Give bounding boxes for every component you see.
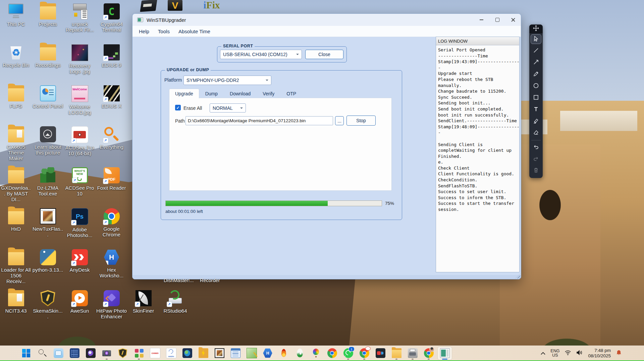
desktop-icon[interactable]: Hex Worksho... bbox=[96, 248, 127, 289]
taskbar-button[interactable] bbox=[180, 347, 195, 360]
taskbar-button[interactable] bbox=[357, 347, 372, 360]
arrow-tool-button[interactable] bbox=[529, 57, 543, 69]
desktop-icon[interactable]: Recordings bbox=[32, 43, 64, 84]
desktop-icon[interactable]: Adobe Photosho... bbox=[64, 207, 96, 248]
desktop-icon[interactable]: Google Chrome bbox=[96, 207, 127, 248]
eraser-tool-button[interactable] bbox=[529, 127, 543, 139]
taskbar-clock[interactable]: 7:48 pm 08/10/2025 bbox=[588, 348, 611, 359]
taskbar-button[interactable] bbox=[405, 347, 420, 360]
taskbar-button[interactable] bbox=[164, 347, 178, 360]
maximize-button[interactable] bbox=[489, 14, 505, 26]
volume-icon[interactable] bbox=[576, 350, 583, 357]
desktop-icon[interactable]: Recycle Bin bbox=[0, 43, 32, 84]
taskbar-button[interactable] bbox=[148, 347, 162, 360]
rectangle-tool-button[interactable] bbox=[529, 92, 543, 104]
mode-select[interactable]: NORMAL bbox=[210, 103, 246, 112]
taskbar-button[interactable] bbox=[99, 347, 114, 360]
taskbar-button[interactable] bbox=[67, 347, 82, 360]
wifi-icon[interactable] bbox=[565, 350, 571, 357]
taskbar-button[interactable] bbox=[373, 347, 388, 360]
erase-all-checkbox[interactable] bbox=[175, 105, 181, 110]
desktop-icon[interactable]: Projects bbox=[32, 2, 64, 43]
log-window-body[interactable]: Serial Port Opened ---------------Time S… bbox=[436, 45, 519, 214]
title-bar[interactable]: WinSTBUpgrader bbox=[132, 14, 521, 26]
cursor-tool-button[interactable] bbox=[529, 33, 543, 45]
desktop-icon[interactable]: GX6605 Theme Maker bbox=[0, 125, 32, 166]
toolbar-move-handle[interactable] bbox=[529, 25, 543, 33]
desktop-icon[interactable]: NewTuxFlas... bbox=[32, 207, 64, 248]
pencil-tool-button[interactable] bbox=[529, 69, 543, 80]
line-tool-button[interactable] bbox=[529, 45, 543, 57]
taskbar-button[interactable] bbox=[19, 347, 34, 360]
desktop-icon[interactable]: GXDownloa... By MAST DI... bbox=[0, 166, 32, 207]
desktop-icon[interactable]: SkemaSkin.... bbox=[32, 289, 64, 330]
desktop-icon[interactable]: Welcome LOGO.jpg bbox=[64, 84, 96, 125]
ellipse-tool-button[interactable] bbox=[529, 80, 543, 92]
taskbar-button[interactable] bbox=[309, 347, 323, 360]
taskbar-button[interactable] bbox=[421, 347, 436, 360]
taskbar-button[interactable] bbox=[228, 347, 243, 360]
taskbar-button[interactable] bbox=[437, 347, 452, 360]
browse-button[interactable]: ... bbox=[335, 116, 344, 125]
desktop-icon[interactable]: EDIUS X bbox=[96, 84, 127, 125]
menu-item[interactable]: Help bbox=[135, 29, 154, 34]
tab[interactable]: Verify bbox=[257, 89, 280, 98]
desktop-icon[interactable] bbox=[199, 0, 224, 10]
taskbar-button[interactable] bbox=[196, 347, 211, 360]
minimize-button[interactable] bbox=[474, 14, 489, 26]
desktop-icon[interactable]: This PC bbox=[0, 2, 32, 43]
desktop-icon[interactable] bbox=[168, 0, 182, 11]
redo-button[interactable] bbox=[529, 153, 543, 165]
desktop-icon[interactable]: EDIUS 9 bbox=[96, 43, 127, 84]
taskbar-button[interactable] bbox=[212, 347, 227, 360]
taskbar-button[interactable] bbox=[131, 347, 146, 360]
notification-bell-icon[interactable] bbox=[616, 350, 622, 357]
desktop-icon[interactable]: FLFS bbox=[0, 84, 32, 125]
text-tool-button[interactable] bbox=[529, 104, 543, 116]
taskbar-button[interactable] bbox=[276, 347, 291, 360]
taskbar-button[interactable] bbox=[35, 347, 50, 360]
desktop-icon[interactable]: Learn about this picture bbox=[32, 125, 64, 166]
taskbar-button[interactable] bbox=[389, 347, 404, 360]
desktop-icon[interactable]: HitPaw Photo Enhancer bbox=[96, 289, 127, 330]
undo-button[interactable] bbox=[529, 141, 543, 153]
platform-select[interactable]: SYMPHONY-UPG-DDR2 bbox=[183, 76, 271, 85]
path-input[interactable]: D:\Gx6605\Montage\Montage PremiumHD4_071… bbox=[185, 116, 333, 125]
desktop-icon[interactable]: AnyDesk bbox=[64, 248, 96, 289]
taskbar-button[interactable] bbox=[83, 347, 98, 360]
taskbar-button[interactable] bbox=[51, 347, 66, 360]
menu-item[interactable]: Tools bbox=[154, 29, 174, 34]
serial-port-select[interactable]: USB-SERIAL CH340 (COM12) bbox=[220, 50, 302, 59]
desktop-icon[interactable]: ACDSee Pro 10 (64-bit) bbox=[64, 125, 96, 166]
desktop-icon[interactable]: ACDSee Pro 10 bbox=[64, 166, 96, 207]
tray-chevron-icon[interactable] bbox=[541, 350, 545, 356]
desktop-icon[interactable]: unpack Repack Fir... bbox=[64, 2, 96, 43]
taskbar-button[interactable] bbox=[292, 347, 307, 360]
desktop-icon[interactable]: HxD bbox=[0, 207, 32, 248]
serial-close-button[interactable]: Close bbox=[305, 50, 343, 59]
tab[interactable]: Upgrade bbox=[169, 89, 199, 98]
trash-button[interactable] bbox=[529, 165, 543, 177]
menu-item[interactable]: Absolute Time bbox=[174, 29, 215, 34]
desktop-icon[interactable] bbox=[141, 0, 156, 11]
desktop-icon[interactable]: Everything bbox=[96, 125, 127, 166]
language-indicator[interactable]: ENG US bbox=[550, 349, 559, 358]
desktop-icon[interactable]: Foxit Reader bbox=[96, 166, 127, 207]
stop-button[interactable]: Stop bbox=[346, 116, 376, 126]
taskbar-button[interactable] bbox=[260, 347, 275, 360]
tab[interactable]: OTP bbox=[280, 89, 302, 98]
taskbar-button[interactable] bbox=[115, 347, 130, 360]
desktop-icon[interactable]: Loader for All 1506 Receiv... bbox=[0, 248, 32, 289]
desktop-icon[interactable]: python-3.13... bbox=[32, 248, 64, 289]
tab[interactable]: Download bbox=[224, 89, 257, 98]
tab[interactable]: Dump bbox=[199, 89, 224, 98]
highlighter-tool-button[interactable] bbox=[529, 116, 543, 127]
taskbar-button[interactable]: 1 bbox=[341, 347, 356, 360]
close-button[interactable] bbox=[505, 14, 521, 26]
desktop-icon[interactable]: RStudio64 bbox=[159, 289, 191, 314]
desktop-icon[interactable]: Cygwin64 Terminal bbox=[96, 2, 127, 43]
desktop-icon[interactable]: SkinFiner bbox=[127, 289, 159, 314]
desktop-icon[interactable]: AweSun bbox=[64, 289, 96, 330]
desktop-icon[interactable]: Dz-LZMA Tool.exe bbox=[32, 166, 64, 207]
taskbar-button[interactable] bbox=[244, 347, 259, 360]
